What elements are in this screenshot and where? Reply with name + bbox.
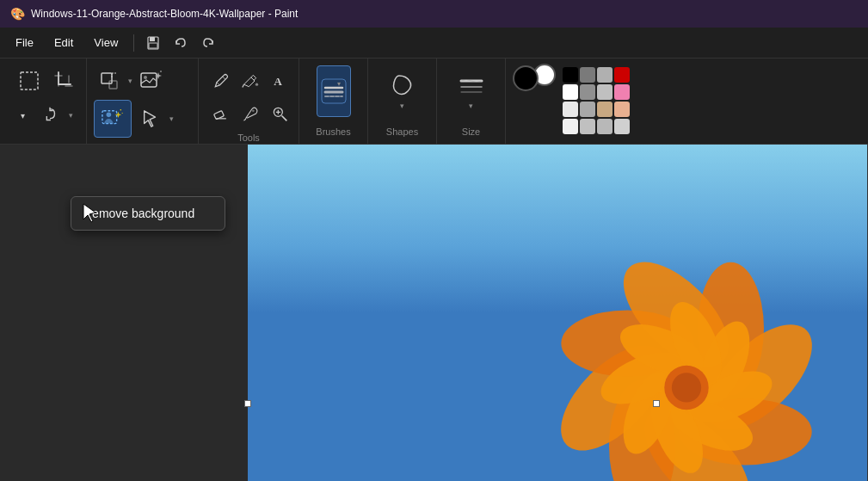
- selection-section: ▾ ▾: [7, 59, 87, 144]
- size-label: Size: [462, 123, 480, 137]
- canvas-image: [248, 145, 867, 481]
- selection-handle-tl[interactable]: [244, 400, 251, 407]
- svg-text:A: A: [274, 75, 282, 88]
- svg-text:▾: ▾: [337, 80, 341, 88]
- app-icon: 🎨: [10, 7, 24, 21]
- svg-rect-2: [149, 43, 157, 48]
- select-dropdown[interactable]: ▾: [169, 114, 174, 123]
- svg-point-51: [672, 373, 701, 402]
- tooltip-popup: Remove background: [71, 196, 225, 231]
- swatch-gray8[interactable]: [614, 119, 630, 134]
- swatch-gray5[interactable]: [580, 102, 595, 117]
- size-section: ▾ Size: [437, 59, 506, 144]
- selection-handle-tr[interactable]: [653, 400, 660, 407]
- ai-image-button[interactable]: [136, 65, 167, 96]
- shapes-button[interactable]: ▾: [385, 65, 420, 117]
- ribbon: ▾ ▾ ▾: [0, 59, 868, 145]
- rotate-dropdown[interactable]: ▾: [69, 111, 73, 120]
- brushes-label: Brushes: [316, 123, 350, 137]
- svg-rect-1: [150, 37, 155, 41]
- menu-edit[interactable]: Edit: [46, 33, 82, 52]
- bloom-svg: [523, 240, 850, 481]
- brushes-button[interactable]: ▾: [317, 65, 351, 117]
- swatch-gray4[interactable]: [597, 84, 613, 100]
- undo-button[interactable]: [169, 31, 193, 55]
- shapes-label: Shapes: [386, 123, 418, 137]
- crop-button[interactable]: [48, 65, 79, 96]
- menu-file[interactable]: File: [7, 33, 42, 52]
- svg-point-13: [122, 113, 123, 114]
- size-button[interactable]: ▾: [454, 65, 489, 117]
- selection-dropdown-arrow[interactable]: ▾: [14, 107, 31, 124]
- svg-point-12: [120, 109, 121, 110]
- svg-point-17: [255, 83, 258, 86]
- swatch-gray1[interactable]: [580, 67, 595, 83]
- swatch-gray3[interactable]: [580, 84, 595, 100]
- tools-section: A: [199, 59, 299, 144]
- svg-point-7: [144, 76, 147, 79]
- zoom-tool[interactable]: [264, 98, 295, 129]
- menu-view[interactable]: View: [85, 33, 126, 52]
- pencil-tool[interactable]: [206, 65, 237, 96]
- divider: [133, 34, 134, 52]
- shapes-section: ▾ Shapes: [368, 59, 437, 144]
- color-preview: [513, 65, 549, 102]
- svg-point-8: [160, 71, 162, 72]
- svg-point-11: [107, 113, 112, 118]
- color-swatches: [563, 67, 630, 134]
- tooltip-text: Remove background: [83, 207, 194, 220]
- save-button[interactable]: [141, 31, 165, 55]
- swatch-gray6[interactable]: [580, 119, 595, 134]
- swatch-gray7[interactable]: [597, 119, 613, 134]
- svg-rect-3: [21, 72, 38, 89]
- image-section: ▾: [87, 59, 199, 144]
- swatch-lightgray2[interactable]: [563, 119, 578, 134]
- window-title: Windows-11-Orange-Abstract-Bloom-4K-Wall…: [31, 8, 298, 20]
- text-tool[interactable]: A: [264, 65, 295, 96]
- svg-rect-6: [141, 73, 157, 87]
- select-tool-button[interactable]: [135, 103, 166, 134]
- svg-rect-4: [102, 73, 112, 83]
- canvas-area[interactable]: [0, 145, 868, 481]
- eraser-tool[interactable]: [206, 98, 237, 129]
- swatch-gray2[interactable]: [597, 67, 613, 83]
- swatch-peach[interactable]: [614, 102, 630, 117]
- menu-bar: File Edit View: [0, 28, 868, 59]
- swatch-pink[interactable]: [614, 84, 630, 100]
- tools-label: Tools: [237, 129, 260, 143]
- svg-point-9: [155, 79, 157, 81]
- colors-section: [506, 59, 861, 144]
- primary-color[interactable]: [513, 65, 539, 91]
- resize-button[interactable]: [94, 65, 125, 96]
- svg-rect-5: [109, 81, 117, 89]
- color-picker-tool[interactable]: [235, 98, 266, 129]
- svg-line-23: [282, 116, 287, 121]
- svg-line-16: [217, 83, 219, 85]
- swatch-tan[interactable]: [597, 102, 613, 117]
- selection-rect-button[interactable]: [14, 65, 45, 96]
- resize-dropdown[interactable]: ▾: [128, 77, 132, 85]
- svg-line-15: [223, 77, 225, 79]
- brushes-section: ▾ Brushes: [299, 59, 368, 144]
- redo-button[interactable]: [196, 31, 220, 55]
- svg-marker-14: [145, 111, 156, 126]
- swatch-white[interactable]: [563, 84, 578, 100]
- fill-bucket-tool[interactable]: [235, 65, 266, 96]
- remove-background-button[interactable]: [94, 100, 132, 138]
- rotate-button[interactable]: [34, 100, 65, 131]
- title-bar: 🎨 Windows-11-Orange-Abstract-Bloom-4K-Wa…: [0, 0, 868, 28]
- swatch-black[interactable]: [563, 67, 578, 83]
- swatch-red[interactable]: [614, 67, 630, 83]
- svg-point-21: [252, 109, 255, 112]
- swatch-lightgray1[interactable]: [563, 102, 578, 117]
